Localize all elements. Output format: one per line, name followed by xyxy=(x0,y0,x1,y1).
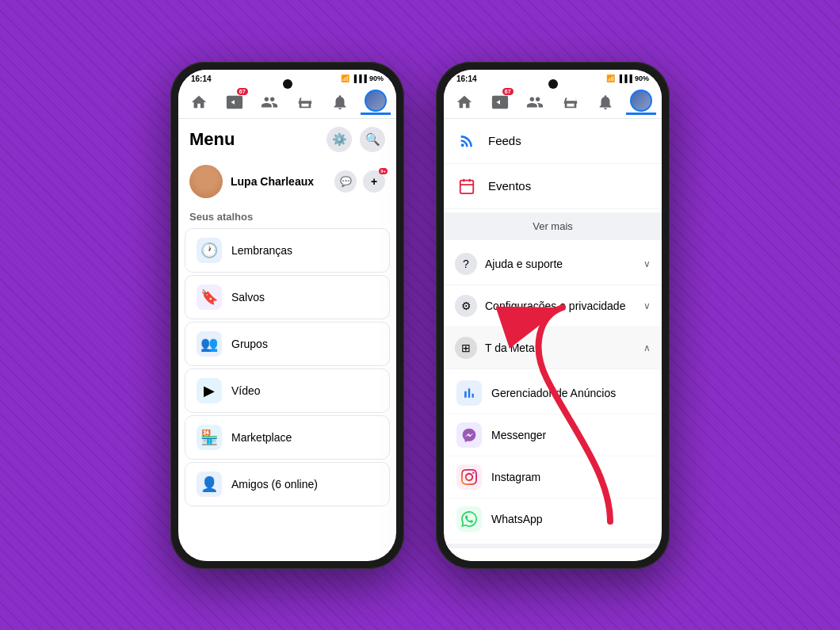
marketplace-label: Marketplace xyxy=(231,431,292,444)
signal-icon-2: ▐▐▐ xyxy=(617,74,632,82)
salvos-icon: 🔖 xyxy=(197,284,222,310)
nav-video[interactable]: 67 xyxy=(220,90,250,115)
ver-mais-button[interactable]: Ver mais xyxy=(444,212,662,240)
feed-item-feeds[interactable]: Feeds xyxy=(444,119,662,164)
profile-left: Lupa Charleaux xyxy=(189,165,314,198)
video-label: Vídeo xyxy=(231,384,261,397)
app-instagram[interactable]: Instagram xyxy=(444,456,662,498)
feed-item-eventos[interactable]: Eventos xyxy=(444,164,662,209)
nav-bell[interactable] xyxy=(325,90,355,115)
meta-apps: Gerenciador de Anúncios Messenger xyxy=(444,369,662,544)
nav-home-2[interactable] xyxy=(449,90,479,115)
menu-item-marketplace[interactable]: 🏪 Marketplace xyxy=(185,415,390,460)
grupos-label: Grupos xyxy=(231,338,268,350)
nav-menu-2[interactable] xyxy=(626,90,656,115)
menu-item-salvos[interactable]: 🔖 Salvos xyxy=(185,275,390,319)
phone-1: 16:14 📶 ▐▐▐ 90% 67 xyxy=(170,62,404,569)
menu-header: Menu ⚙️ 🔍 xyxy=(178,119,396,158)
meta-section[interactable]: ⊞ T da Meta ∧ xyxy=(444,327,662,369)
status-bar-2: 16:14 📶 ▐▐▐ 90% xyxy=(444,70,662,85)
messenger-label: Messenger xyxy=(491,429,546,441)
nav-menu[interactable] xyxy=(361,90,391,115)
menu-header-icons: ⚙️ 🔍 xyxy=(326,127,385,152)
profile-right: 💬 + 9+ xyxy=(334,170,385,193)
feeds-icon xyxy=(455,129,479,153)
battery-label-2: 90% xyxy=(635,74,649,82)
nav-marketplace-2[interactable] xyxy=(556,90,586,115)
wifi-icon-2: 📶 xyxy=(606,74,615,82)
menu-item-lembrancas[interactable]: 🕐 Lembranças xyxy=(185,228,390,273)
status-icons-1: 📶 ▐▐▐ 90% xyxy=(341,74,384,82)
grupos-icon: 👥 xyxy=(197,331,222,357)
phone-2-content: Feeds Eventos Ver mais ? Ajuda e suporte xyxy=(444,119,662,561)
nav-bar-2: 67 xyxy=(444,85,662,119)
sair-button[interactable]: Sair xyxy=(444,544,662,561)
phone-1-content: Menu ⚙️ 🔍 Lupa Charleaux 💬 xyxy=(178,119,396,561)
phones-wrapper: 16:14 📶 ▐▐▐ 90% 67 xyxy=(170,62,670,569)
ajuda-left: ? Ajuda e suporte xyxy=(455,253,563,275)
nav-avatar xyxy=(365,90,387,112)
avatar-face xyxy=(189,165,223,198)
meta-label: T da Meta xyxy=(485,342,535,354)
meta-left: ⊞ T da Meta xyxy=(455,337,535,359)
nav-badge-2: 67 xyxy=(502,88,514,95)
phone-1-screen: 16:14 📶 ▐▐▐ 90% 67 xyxy=(178,70,396,561)
meta-icon: ⊞ xyxy=(455,337,477,359)
lembrancas-icon: 🕐 xyxy=(197,238,222,263)
svg-rect-0 xyxy=(460,180,474,193)
instagram-label: Instagram xyxy=(491,471,540,483)
config-label: Configurações e privacidade xyxy=(485,300,625,312)
app-messenger[interactable]: Messenger xyxy=(444,414,662,456)
battery-label-1: 90% xyxy=(369,74,384,82)
eventos-icon xyxy=(455,174,479,198)
status-icons-2: 📶 ▐▐▐ 90% xyxy=(606,74,649,82)
ajuda-section[interactable]: ? Ajuda e suporte ∨ xyxy=(444,243,662,285)
ajuda-chevron: ∨ xyxy=(643,258,651,269)
config-chevron: ∨ xyxy=(643,300,651,311)
instagram-icon xyxy=(456,464,482,490)
config-left: ⚙ Configurações e privacidade xyxy=(455,295,625,317)
nav-friends-2[interactable] xyxy=(520,90,550,115)
feeds-label: Feeds xyxy=(488,134,521,147)
nav-bar-1: 67 xyxy=(178,85,396,119)
whatsapp-label: WhatsApp xyxy=(491,513,543,525)
search-button[interactable]: 🔍 xyxy=(360,127,385,152)
nav-bell-2[interactable] xyxy=(590,90,620,115)
menu-title: Menu xyxy=(189,129,235,150)
ajuda-icon: ? xyxy=(455,253,477,275)
meta-chevron: ∧ xyxy=(643,342,651,353)
settings-button[interactable]: ⚙️ xyxy=(326,127,352,152)
status-time-2: 16:14 xyxy=(456,74,477,83)
phone-2-screen: 16:14 📶 ▐▐▐ 90% 67 xyxy=(444,70,662,561)
whatsapp-icon xyxy=(456,506,482,532)
status-bar-1: 16:14 📶 ▐▐▐ 90% xyxy=(178,70,396,85)
nav-marketplace[interactable] xyxy=(290,90,320,115)
wifi-icon: 📶 xyxy=(341,74,349,82)
notifications-icon-btn[interactable]: + 9+ xyxy=(363,170,385,193)
nav-friends[interactable] xyxy=(254,90,284,115)
menu-item-amigos[interactable]: 👤 Amigos (6 online) xyxy=(185,462,390,506)
nav-video-2[interactable]: 67 xyxy=(485,90,515,115)
video-icon: ▶ xyxy=(197,378,222,403)
signal-icon: ▐▐▐ xyxy=(352,74,367,82)
amigos-label: Amigos (6 online) xyxy=(231,478,318,491)
status-time-1: 16:14 xyxy=(191,74,212,83)
nav-badge-1: 67 xyxy=(237,88,248,95)
app-whatsapp[interactable]: WhatsApp xyxy=(444,498,662,540)
messenger-icon xyxy=(456,422,482,448)
avatar xyxy=(189,165,223,198)
nav-avatar-2 xyxy=(630,90,652,112)
menu-item-grupos[interactable]: 👥 Grupos xyxy=(185,322,390,366)
profile-row[interactable]: Lupa Charleaux 💬 + 9+ xyxy=(178,158,396,204)
marketplace-icon: 🏪 xyxy=(197,425,222,450)
app-gerenciador[interactable]: Gerenciador de Anúncios xyxy=(444,372,662,414)
shortcuts-label: Seus atalhos xyxy=(178,204,396,226)
gerenciador-label: Gerenciador de Anúncios xyxy=(491,387,616,399)
menu-item-video[interactable]: ▶ Vídeo xyxy=(185,368,390,413)
config-section[interactable]: ⚙ Configurações e privacidade ∨ xyxy=(444,285,662,327)
nav-home[interactable] xyxy=(184,90,214,115)
profile-badge: 9+ xyxy=(379,168,388,174)
messenger-icon-btn[interactable]: 💬 xyxy=(334,170,357,193)
phone-2: 16:14 📶 ▐▐▐ 90% 67 xyxy=(436,62,670,569)
config-icon: ⚙ xyxy=(455,295,477,317)
